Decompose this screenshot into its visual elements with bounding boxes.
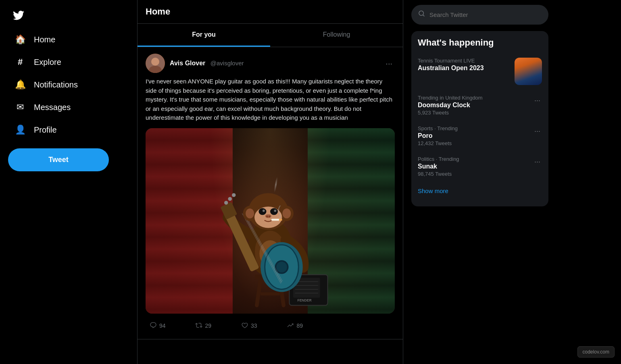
views-count: 89 <box>296 322 303 329</box>
tweet-user: Avis Glover @avisglover <box>146 54 244 73</box>
sidebar-item-label-profile: Profile <box>34 125 57 135</box>
trend-info-poro: Sports · Trending Poro 12,432 Tweets <box>418 125 533 146</box>
main-feed: Home For you Following <box>137 0 403 364</box>
sidebar-item-notifications[interactable]: 🔔 Notifications <box>8 74 129 95</box>
trend-count-sunak: 98,745 Tweets <box>418 171 533 177</box>
trend-name-poro: Poro <box>418 132 533 139</box>
monkey-guitar-svg: FENDER <box>194 136 347 314</box>
trend-image-tennis <box>515 58 542 85</box>
sidebar-item-messages[interactable]: ✉ Messages <box>8 97 129 118</box>
user-display-name: Avis Glover <box>170 60 205 67</box>
monkey-scene: FENDER <box>146 128 395 314</box>
trend-more-icon-doomsday[interactable]: ··· <box>533 95 542 106</box>
home-icon: 🏠 <box>15 34 26 45</box>
chart-icon <box>287 322 294 330</box>
trend-item-doomsday[interactable]: Trending in United Kingdom Doomsday Cloc… <box>411 90 548 121</box>
trend-category-poro: Sports · Trending <box>418 125 533 131</box>
svg-point-41 <box>274 210 277 212</box>
tab-for-you[interactable]: For you <box>138 24 270 47</box>
search-bar[interactable] <box>411 5 548 25</box>
tweet-more-button[interactable]: ··· <box>383 56 395 71</box>
sidebar-item-label-messages: Messages <box>34 103 71 112</box>
svg-text:FENDER: FENDER <box>297 298 311 302</box>
svg-point-3 <box>152 58 158 65</box>
reply-button[interactable]: 94 <box>146 319 170 333</box>
mail-icon: ✉ <box>15 102 26 113</box>
svg-point-23 <box>276 262 287 272</box>
svg-point-43 <box>266 215 268 217</box>
trend-name-doomsday: Doomsday Clock <box>418 102 533 109</box>
svg-point-30 <box>228 197 232 201</box>
retweet-button[interactable]: 29 <box>191 319 215 333</box>
svg-rect-46 <box>279 218 282 220</box>
bell-icon: 🔔 <box>15 79 26 90</box>
user-info: Avis Glover @avisglover <box>170 60 244 67</box>
sidebar-item-label-home: Home <box>34 35 55 44</box>
tweet-text: I've never seen ANYONE play guitar as go… <box>146 77 395 123</box>
svg-line-5 <box>257 279 261 305</box>
feed-header: Home <box>138 0 403 24</box>
explore-icon: # <box>15 56 26 68</box>
user-handle: @avisglover <box>210 60 244 67</box>
trend-info-doomsday: Trending in United Kingdom Doomsday Cloc… <box>418 95 533 116</box>
tweet-actions: 94 29 33 <box>146 319 307 333</box>
trend-item-sunak[interactable]: Politics · Trending Sunak 98,745 Tweets … <box>411 151 548 182</box>
tweet-card[interactable]: Avis Glover @avisglover ··· I've never s… <box>138 47 403 339</box>
feed-title: Home <box>146 6 170 17</box>
views-button[interactable]: 89 <box>283 319 307 333</box>
whats-happening-title: What's happening <box>411 37 548 53</box>
tab-following[interactable]: Following <box>270 24 403 47</box>
feed-tabs: For you Following <box>138 24 403 47</box>
trend-right-tennis <box>515 58 542 85</box>
sidebar-item-label-explore: Explore <box>34 58 61 67</box>
trend-count-doomsday: 5,923 Tweets <box>418 110 533 116</box>
avatar <box>146 54 165 73</box>
tweet-image: FENDER <box>146 128 395 314</box>
sidebar-item-home[interactable]: 🏠 Home <box>8 29 129 50</box>
twitter-logo[interactable] <box>8 5 29 26</box>
trend-info-sunak: Politics · Trending Sunak 98,745 Tweets <box>418 156 533 177</box>
tweet-header: Avis Glover @avisglover ··· <box>146 54 395 73</box>
like-button[interactable]: 33 <box>237 319 261 333</box>
watermark: codelov.com <box>577 346 615 358</box>
like-count: 33 <box>251 322 257 329</box>
trend-right-poro: ··· <box>533 125 542 137</box>
search-icon <box>418 10 425 19</box>
svg-point-38 <box>259 208 267 215</box>
left-sidebar: 🏠 Home # Explore 🔔 Notifications ✉ Messa… <box>0 0 137 364</box>
show-more-link[interactable]: Show more <box>411 182 548 200</box>
trend-more-icon-sunak[interactable]: ··· <box>533 156 542 168</box>
sidebar-item-profile[interactable]: 👤 Profile <box>8 119 129 140</box>
search-input[interactable] <box>429 11 542 18</box>
trend-item-tennis[interactable]: Tennis Tournament LIVE Australian Open 2… <box>411 53 548 90</box>
trend-count-poro: 12,432 Tweets <box>418 140 533 146</box>
sidebar-item-label-notifications: Notifications <box>34 80 78 89</box>
reply-icon <box>150 322 157 330</box>
trend-more-icon-poro[interactable]: ··· <box>533 125 542 137</box>
svg-point-31 <box>232 193 236 197</box>
svg-point-39 <box>270 208 278 215</box>
trend-name-tennis: Australian Open 2023 <box>418 64 515 72</box>
svg-point-44 <box>269 215 271 217</box>
trend-image-inner <box>515 58 542 85</box>
right-sidebar: What's happening Tennis Tournament LIVE … <box>403 0 556 364</box>
svg-point-36 <box>282 208 291 218</box>
trend-category-sunak: Politics · Trending <box>418 156 533 162</box>
svg-rect-45 <box>271 218 280 220</box>
sidebar-item-explore[interactable]: # Explore <box>8 52 129 73</box>
trend-right-doomsday: ··· <box>533 95 542 106</box>
trend-category-tennis: Tennis Tournament LIVE <box>418 58 515 64</box>
trend-category-doomsday: Trending in United Kingdom <box>418 95 533 101</box>
trend-name-sunak: Sunak <box>418 163 533 170</box>
person-icon: 👤 <box>15 124 26 135</box>
avatar-image <box>146 54 165 73</box>
svg-point-40 <box>263 210 265 212</box>
trend-item-poro[interactable]: Sports · Trending Poro 12,432 Tweets ··· <box>411 121 548 151</box>
heart-icon <box>241 322 248 330</box>
tweet-button[interactable]: Tweet <box>8 148 109 171</box>
trend-right-sunak: ··· <box>533 156 542 168</box>
retweet-icon <box>195 322 202 330</box>
svg-point-34 <box>246 208 254 218</box>
trend-info-tennis: Tennis Tournament LIVE Australian Open 2… <box>418 58 515 73</box>
reply-count: 94 <box>159 322 166 329</box>
